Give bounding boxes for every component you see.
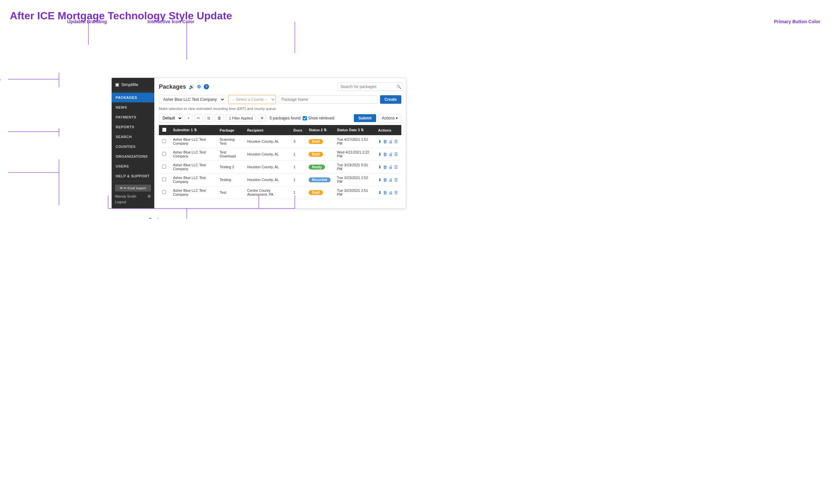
delete-icon[interactable]: 🗑	[383, 177, 387, 182]
delete-icon[interactable]: 🗑	[383, 190, 387, 195]
filter-badge[interactable]: 1 Filter Applied	[226, 114, 256, 122]
col-status-date: Status Date 3 ⇅	[334, 125, 375, 135]
row-docs: 1	[290, 186, 306, 199]
delete-view-btn[interactable]: 🗑	[215, 114, 224, 122]
download-icon[interactable]: ⬇	[378, 152, 382, 157]
logout-link[interactable]: Logout	[115, 199, 151, 205]
sidebar: ▣ Simplifile PACKAGES NEWS PAYMENTS REPO…	[112, 78, 154, 209]
more-icon[interactable]: ☰	[394, 165, 398, 169]
row-recipient[interactable]: Centre County Assessment, PA	[244, 186, 290, 199]
download-icon[interactable]: ⬇	[378, 177, 382, 182]
speaker-icon[interactable]: 🔊	[189, 84, 194, 89]
row-recipient[interactable]: Houston County, AL	[244, 135, 290, 148]
row-package[interactable]: Test Download	[217, 148, 244, 161]
email-support-button[interactable]: ✉ ✉ Email Support	[115, 184, 151, 192]
show-retrieved-checkbox[interactable]	[303, 116, 307, 121]
more-icon[interactable]: ☰	[394, 152, 398, 157]
row-actions: ⬇ 🗑 🖨 ☰	[375, 186, 401, 199]
col-actions: Actions	[375, 125, 401, 135]
user-row: Wendy Smith ⚙	[115, 194, 151, 199]
company-dropdown[interactable]: Asher Blue LLC Test Company	[159, 95, 225, 104]
clear-filter-btn[interactable]: ✕	[258, 114, 267, 122]
row-submitter: Asher Blue LLC Test Company	[170, 161, 217, 174]
packages-heading: Packages	[159, 84, 186, 90]
row-docs: 1	[290, 174, 306, 186]
content-header: Packages 🔊 ⚙ ? 🔍	[159, 83, 401, 91]
row-status: Draft	[305, 148, 333, 161]
print-icon[interactable]: 🖨	[389, 139, 393, 144]
row-checkbox[interactable]	[162, 139, 166, 143]
download-icon[interactable]: ⬇	[378, 165, 382, 169]
row-checkbox[interactable]	[162, 190, 166, 194]
view-select[interactable]: Default	[159, 114, 183, 122]
annotation-primary-btn-color: Primary Button Color	[774, 19, 820, 25]
table-row: Asher Blue LLC Test Company Test Downloa…	[159, 148, 401, 161]
row-recipient[interactable]: Houston County, AL	[244, 174, 290, 186]
settings-icon[interactable]: ⚙	[197, 84, 201, 89]
print-icon[interactable]: 🖨	[389, 190, 393, 195]
select-all-checkbox[interactable]	[162, 128, 167, 132]
status-badge: Draft	[309, 139, 323, 144]
sidebar-item-payments[interactable]: PAYMENTS	[112, 112, 154, 122]
row-date: Tue 4/27/2021 1:51 PM	[334, 135, 375, 148]
delete-icon[interactable]: 🗑	[383, 152, 387, 157]
sidebar-item-search[interactable]: SEARCH	[112, 132, 154, 142]
user-name: Wendy Smith	[115, 194, 136, 198]
row-actions: ⬇ 🗑 🖨 ☰	[375, 148, 401, 161]
download-icon[interactable]: ⬇	[378, 190, 382, 195]
download-icon[interactable]: ⬇	[378, 139, 382, 144]
status-badge: Recorded	[309, 177, 330, 182]
row-docs: 1	[290, 148, 306, 161]
row-actions: ⬇ 🗑 🖨 ☰	[375, 161, 401, 174]
row-checkbox[interactable]	[162, 177, 166, 181]
settings-icon[interactable]: ⚙	[148, 194, 151, 199]
add-view-btn[interactable]: +	[185, 114, 192, 122]
packages-found-text: 5 packages found	[270, 116, 301, 121]
row-date: Tue 3/23/2021 2:51 PM	[334, 186, 375, 199]
more-icon[interactable]: ☰	[394, 139, 398, 144]
row-docs: 3	[290, 135, 306, 148]
search-area: 🔍	[338, 83, 401, 91]
create-button[interactable]: Create	[380, 95, 401, 104]
sidebar-item-packages[interactable]: PACKAGES	[112, 93, 154, 103]
copy-view-btn[interactable]: ⧉	[205, 114, 213, 122]
county-dropdown[interactable]: -- Select a County --	[228, 95, 276, 104]
delete-icon[interactable]: 🗑	[383, 165, 387, 169]
print-icon[interactable]: 🖨	[389, 152, 393, 157]
submit-button[interactable]: Submit	[354, 114, 376, 122]
row-recipient[interactable]: Houston County, AL	[244, 161, 290, 174]
row-package[interactable]: Testing 2	[217, 161, 244, 174]
delete-icon[interactable]: 🗑	[383, 139, 387, 144]
table-row: Asher Blue LLC Test Company Testing 2 Ho…	[159, 161, 401, 174]
col-recipient: Recipient	[244, 125, 290, 135]
row-package[interactable]: Scanning Test	[217, 135, 244, 148]
table-body: Asher Blue LLC Test Company Scanning Tes…	[159, 135, 401, 199]
print-icon[interactable]: 🖨	[389, 165, 393, 169]
status-badge: Draft	[309, 152, 323, 157]
print-icon[interactable]: 🖨	[389, 177, 393, 182]
content-area: Packages 🔊 ⚙ ? 🔍 Asher Blue LLC Test Com…	[154, 78, 406, 209]
row-recipient[interactable]: Houston County, AL	[244, 148, 290, 161]
edit-view-btn[interactable]: ✏	[194, 114, 203, 122]
actions-button[interactable]: Actions ▾	[378, 114, 401, 122]
row-checkbox[interactable]	[162, 165, 166, 168]
row-checkbox[interactable]	[162, 152, 166, 156]
sidebar-item-counties[interactable]: COUNTIES	[112, 142, 154, 151]
more-icon[interactable]: ☰	[394, 177, 398, 182]
row-checkbox-cell	[159, 135, 170, 148]
search-input[interactable]	[338, 83, 403, 91]
help-icon[interactable]: ?	[204, 84, 209, 89]
row-package[interactable]: Testing	[217, 174, 244, 186]
more-icon[interactable]: ☰	[394, 190, 398, 195]
row-package[interactable]: Test	[217, 186, 244, 199]
row-date: Wed 4/21/2021 2:22 PM	[334, 148, 375, 161]
sidebar-item-reports[interactable]: REPORTS	[112, 122, 154, 132]
sidebar-item-users[interactable]: USERS	[112, 161, 154, 171]
sidebar-item-organizations[interactable]: ORGANIZATIONS	[112, 151, 154, 161]
annotation-font-bottom: Font Roboto	[148, 217, 160, 219]
package-name-input[interactable]	[278, 95, 377, 104]
sidebar-item-help[interactable]: HELP & SUPPORT	[112, 171, 154, 181]
toolbar-right: Submit Actions ▾	[354, 114, 401, 122]
sidebar-item-news[interactable]: NEWS	[112, 103, 154, 112]
row-checkbox-cell	[159, 148, 170, 161]
